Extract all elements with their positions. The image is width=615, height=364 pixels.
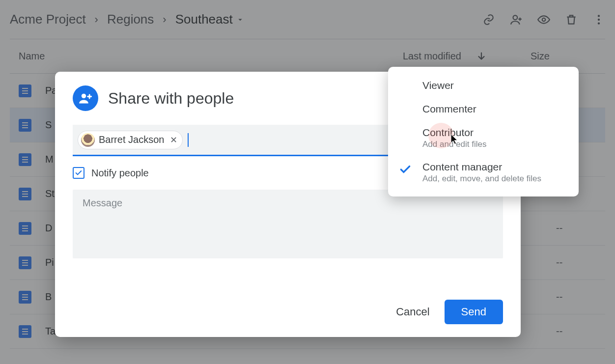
chip-remove-icon[interactable]: ✕ [168, 135, 177, 145]
role-label: Commenter [422, 103, 476, 114]
dialog-title: Share with people [108, 89, 234, 108]
role-option[interactable]: ContributorAdd and edit files [388, 121, 579, 155]
person-add-icon [73, 85, 98, 111]
check-icon [399, 163, 412, 178]
chip-label: Barret Jackson [99, 134, 164, 145]
role-label: Content manager [422, 161, 502, 172]
role-label: Viewer [422, 80, 454, 91]
role-sublabel: Add, edit, move, and delete files [422, 174, 541, 184]
role-dropdown-menu: ViewerCommenterContributorAdd and edit f… [388, 67, 579, 196]
role-label: Contributor [422, 127, 474, 138]
cancel-button[interactable]: Cancel [396, 306, 429, 318]
role-option[interactable]: Viewer [388, 74, 579, 97]
role-option[interactable]: Content managerAdd, edit, move, and dele… [388, 155, 579, 190]
notify-checkbox[interactable] [73, 167, 84, 179]
dialog-actions: Cancel Send [396, 300, 503, 324]
svg-point-5 [82, 94, 86, 98]
cursor-icon [450, 134, 459, 145]
person-chip[interactable]: Barret Jackson ✕ [78, 131, 183, 149]
message-input[interactable]: Message [73, 190, 503, 258]
text-caret [188, 133, 189, 147]
check-icon [75, 169, 83, 177]
avatar-icon [81, 133, 95, 147]
notify-label: Notify people [91, 168, 149, 179]
role-option[interactable]: Commenter [388, 97, 579, 121]
send-button[interactable]: Send [445, 300, 503, 324]
